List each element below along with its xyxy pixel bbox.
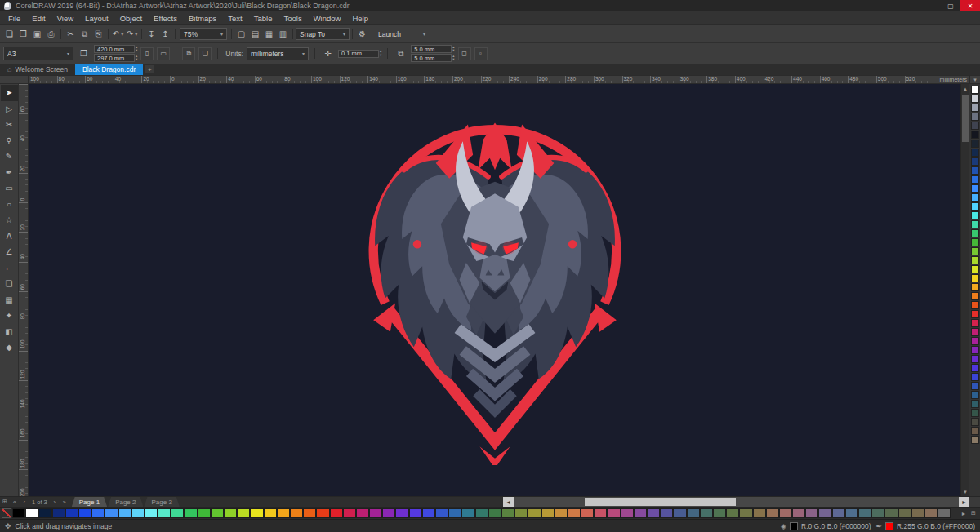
color-swatch[interactable]	[726, 508, 739, 518]
color-swatch[interactable]	[409, 508, 422, 518]
more-options-button[interactable]: ▫	[474, 47, 488, 60]
color-swatch[interactable]	[52, 508, 65, 518]
color-swatch[interactable]	[541, 508, 555, 518]
menu-item[interactable]: Tools	[278, 14, 307, 23]
color-swatch[interactable]	[911, 508, 924, 518]
color-swatch[interactable]	[514, 508, 528, 518]
color-swatch[interactable]	[971, 337, 979, 345]
redo-button[interactable]: ↷▾	[125, 27, 139, 41]
print-button[interactable]: ⎙	[44, 27, 58, 41]
color-swatch[interactable]	[38, 508, 51, 518]
color-swatch[interactable]	[971, 283, 979, 291]
color-swatch[interactable]	[105, 508, 118, 518]
interactive-fill-tool[interactable]: ◧	[1, 324, 18, 340]
color-swatch[interactable]	[700, 508, 713, 518]
ruler-origin-corner[interactable]	[0, 76, 29, 83]
paste-button[interactable]: ⎘	[91, 27, 105, 41]
landscape-button[interactable]: ▭	[157, 47, 170, 60]
color-swatch[interactable]	[713, 508, 726, 518]
color-swatch[interactable]	[12, 508, 25, 518]
artistic-media-tool[interactable]: ✒	[1, 165, 18, 181]
color-swatch[interactable]	[971, 436, 979, 444]
color-swatch[interactable]	[555, 508, 568, 518]
color-swatch[interactable]	[343, 508, 356, 518]
outline-color-indicator[interactable]: ✒ R:255 G:0 B:0 (#FF0000)	[876, 522, 975, 530]
color-swatch[interactable]	[594, 508, 607, 518]
width-spinner[interactable]: ▴▾	[136, 46, 137, 53]
color-swatch[interactable]	[971, 292, 979, 300]
color-swatch[interactable]	[211, 508, 224, 518]
color-swatch[interactable]	[971, 301, 979, 309]
color-swatch[interactable]	[805, 508, 818, 518]
pick-tool[interactable]: ➤	[1, 85, 18, 101]
scroll-up-icon[interactable]: ▲	[961, 84, 969, 93]
color-swatch[interactable]	[971, 238, 979, 246]
color-swatch[interactable]	[78, 508, 91, 518]
menu-item[interactable]: Effects	[148, 14, 183, 23]
color-swatch[interactable]	[607, 508, 620, 518]
color-swatch[interactable]	[330, 508, 343, 518]
color-swatch[interactable]	[971, 149, 979, 157]
vertical-scrollbar[interactable]: ▲ ▼	[960, 84, 969, 496]
color-swatch[interactable]	[290, 508, 303, 518]
import-button[interactable]: ↧	[145, 27, 158, 41]
vertical-scroll-track[interactable]	[961, 93, 969, 487]
portrait-button[interactable]: ▯	[140, 47, 154, 60]
open-button[interactable]: ❒	[16, 27, 30, 41]
color-swatch[interactable]	[884, 508, 898, 518]
menu-item[interactable]: Bitmaps	[183, 14, 222, 23]
menu-item[interactable]: File	[2, 14, 26, 23]
height-spinner[interactable]: ▴▾	[136, 55, 137, 62]
color-swatch[interactable]	[971, 202, 979, 211]
color-swatch[interactable]	[581, 508, 594, 518]
menu-item[interactable]: Text	[222, 14, 247, 23]
color-swatch[interactable]	[924, 508, 938, 518]
color-eyedropper-tool[interactable]: ✦	[1, 308, 18, 324]
duplicate-y-spinner[interactable]: ▴▾	[452, 55, 454, 62]
color-swatch[interactable]	[871, 508, 884, 518]
show-grid-button[interactable]: ▦	[262, 27, 276, 41]
export-button[interactable]: ↥	[158, 27, 172, 41]
color-swatch[interactable]	[971, 274, 979, 282]
color-swatch[interactable]	[660, 508, 673, 518]
color-swatch[interactable]	[779, 508, 792, 518]
color-swatch[interactable]	[316, 508, 329, 518]
transparency-tool[interactable]: ▦	[1, 292, 18, 308]
horizontal-scrollbar[interactable]: ◄ ►	[503, 497, 980, 507]
color-swatch[interactable]	[91, 508, 105, 518]
color-swatch[interactable]	[621, 508, 634, 518]
page-tab[interactable]: Page 3	[144, 497, 179, 507]
color-swatch[interactable]	[356, 508, 369, 518]
color-swatch[interactable]	[971, 229, 979, 237]
horizontal-ruler[interactable]: 1008060402002040608010012014016018020022…	[29, 76, 932, 83]
color-swatch[interactable]	[25, 508, 38, 518]
color-swatch[interactable]	[435, 508, 448, 518]
color-swatch[interactable]	[971, 220, 979, 228]
color-swatch[interactable]	[369, 508, 382, 518]
color-swatch[interactable]	[971, 328, 979, 336]
color-swatch[interactable]	[303, 508, 316, 518]
fullscreen-preview-button[interactable]: ▢	[234, 27, 248, 41]
color-swatch[interactable]	[171, 508, 184, 518]
ellipse-tool[interactable]: ○	[1, 197, 18, 213]
add-page-button[interactable]: ⊞	[0, 497, 10, 507]
color-swatch[interactable]	[145, 508, 158, 518]
color-swatch[interactable]	[832, 508, 845, 518]
vertical-scroll-thumb[interactable]	[962, 95, 969, 142]
vertical-ruler[interactable]: 604020020406080100120140160180200	[19, 84, 29, 496]
color-swatch[interactable]	[971, 157, 979, 166]
color-swatch[interactable]	[65, 508, 78, 518]
shape-tool[interactable]: ▷	[1, 101, 18, 117]
treat-as-filled-button[interactable]: ◻	[458, 47, 471, 60]
color-swatch[interactable]	[264, 508, 277, 518]
color-swatch[interactable]	[475, 508, 488, 518]
drawing-canvas[interactable]	[29, 84, 960, 496]
polygon-tool[interactable]: ☆	[1, 212, 18, 228]
color-swatch[interactable]	[898, 508, 911, 518]
no-color-swatch[interactable]	[2, 508, 11, 518]
connector-tool[interactable]: ⌐	[1, 260, 18, 277]
color-swatch[interactable]	[971, 131, 979, 139]
menu-item[interactable]: Edit	[26, 14, 51, 23]
undo-dropdown-icon[interactable]: ▾	[121, 31, 123, 37]
all-pages-button[interactable]: ⧉	[182, 47, 195, 60]
